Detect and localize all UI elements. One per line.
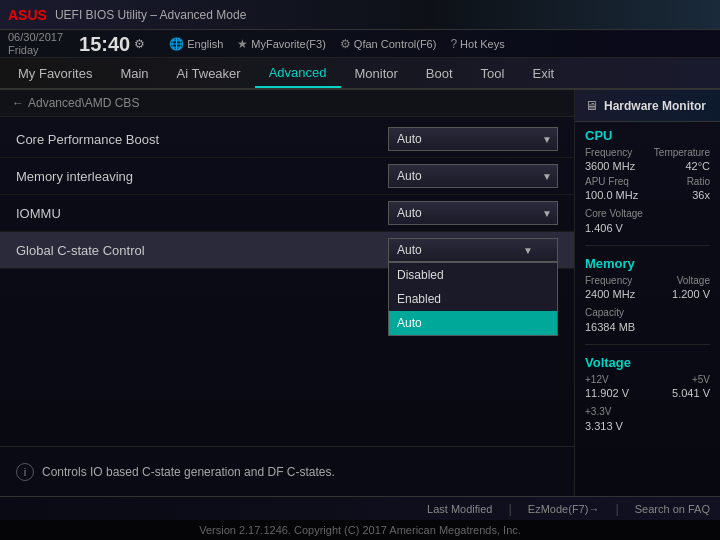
ratio-label: Ratio: [687, 176, 710, 187]
memory-section: Memory Frequency Voltage 2400 MHz 1.200 …: [575, 250, 720, 340]
info-icon: i: [16, 463, 34, 481]
setting-global-cstate[interactable]: Global C-state Control Auto ▼ Disabled E…: [0, 232, 574, 269]
cpu-freq-label: Frequency: [585, 147, 632, 158]
nav-favorites[interactable]: My Favorites: [4, 60, 106, 87]
setting-core-perf-boost[interactable]: Core Performance Boost Auto: [0, 121, 574, 158]
nav-exit[interactable]: Exit: [518, 60, 568, 87]
nav-ai-tweaker[interactable]: Ai Tweaker: [163, 60, 255, 87]
mem-volt-value: 1.200 V: [672, 288, 710, 300]
mem-freq-value: 2400 MHz: [585, 288, 635, 300]
cpu-temp-value: 42°C: [685, 160, 710, 172]
cpu-freq-value: 3600 MHz: [585, 160, 635, 172]
memory-select[interactable]: Auto: [388, 164, 558, 188]
gear-icon: ⚙: [134, 37, 145, 51]
ratio-value: 36x: [692, 189, 710, 201]
apu-freq-label: APU Freq: [585, 176, 629, 187]
core-perf-select[interactable]: Auto: [388, 127, 558, 151]
qfan-button[interactable]: ⚙ Qfan Control(F6): [340, 37, 437, 51]
version-text: Version 2.17.1246. Copyright (C) 2017 Am…: [199, 524, 521, 536]
setting-label-cstate: Global C-state Control: [16, 243, 388, 258]
time-display: 15:40: [79, 34, 130, 54]
status-divider-2: |: [615, 501, 618, 516]
footer-text: Controls IO based C-state generation and…: [42, 465, 335, 479]
mem-cap-label: Capacity: [585, 307, 624, 318]
search-faq-label[interactable]: Search on FAQ: [635, 503, 710, 515]
breadcrumb: ← Advanced\AMD CBS: [0, 90, 574, 117]
breadcrumb-path: Advanced\AMD CBS: [28, 96, 139, 110]
asus-logo: ASUS: [8, 7, 47, 23]
apu-freq-value: 100.0 MHz: [585, 189, 638, 201]
ezmode-label[interactable]: EzMode(F7)→: [528, 503, 600, 515]
hotkeys-icon: ?: [450, 37, 457, 51]
core-voltage-label: Core Voltage: [585, 208, 643, 219]
status-divider-1: |: [508, 501, 511, 516]
language-label: English: [187, 38, 223, 50]
nav-tool[interactable]: Tool: [467, 60, 519, 87]
hotkeys-button[interactable]: ? Hot Keys: [450, 37, 504, 51]
language-selector[interactable]: 🌐 English: [169, 37, 223, 51]
p33v-value: 3.313 V: [585, 420, 623, 432]
day-display: Friday: [8, 44, 63, 56]
qfan-label: Qfan Control(F6): [354, 38, 437, 50]
bios-title: UEFI BIOS Utility – Advanced Mode: [55, 8, 246, 22]
hotkeys-label: Hot Keys: [460, 38, 505, 50]
myfavorites-label: MyFavorite(F3): [251, 38, 326, 50]
mem-volt-label: Voltage: [677, 275, 710, 286]
fan-icon: ⚙: [340, 37, 351, 51]
hw-title-bar: 🖥 Hardware Monitor: [575, 90, 720, 122]
cpu-section-title: CPU: [585, 128, 710, 143]
search-faq-item[interactable]: Search on FAQ: [635, 503, 710, 515]
global-cstate-dropdown[interactable]: Auto ▼ Disabled Enabled Auto: [388, 238, 558, 262]
language-icon: 🌐: [169, 37, 184, 51]
last-modified-label: Last Modified: [427, 503, 492, 515]
voltage-section-title: Voltage: [585, 355, 710, 370]
cpu-temp-label: Temperature: [654, 147, 710, 158]
myfavorites-button[interactable]: ★ MyFavorite(F3): [237, 37, 326, 51]
setting-value-core-perf[interactable]: Auto: [388, 127, 558, 151]
dropdown-current-value: Auto: [397, 243, 422, 257]
version-bar: Version 2.17.1246. Copyright (C) 2017 Am…: [0, 520, 720, 540]
date-display: 06/30/2017: [8, 31, 63, 43]
p12v-value: 11.902 V: [585, 387, 629, 399]
iommu-select[interactable]: Auto: [388, 201, 558, 225]
dropdown-arrow-icon: ▼: [523, 245, 533, 256]
nav-monitor[interactable]: Monitor: [341, 60, 412, 87]
setting-label-iommu: IOMMU: [16, 206, 388, 221]
core-voltage-value: 1.406 V: [585, 222, 623, 234]
main-navigation: My Favorites Main Ai Tweaker Advanced Mo…: [0, 58, 720, 90]
setting-label-core-perf: Core Performance Boost: [16, 132, 388, 147]
setting-memory-interleaving[interactable]: Memory interleaving Auto: [0, 158, 574, 195]
favorites-icon: ★: [237, 37, 248, 51]
p33v-label: +3.3V: [585, 406, 611, 417]
monitor-icon: 🖥: [585, 98, 598, 113]
setting-value-memory[interactable]: Auto: [388, 164, 558, 188]
ezmode-item[interactable]: EzMode(F7)→: [528, 503, 600, 515]
settings-list: Core Performance Boost Auto Memory inter…: [0, 117, 574, 446]
dropdown-menu: Disabled Enabled Auto: [388, 262, 558, 336]
breadcrumb-arrow: ←: [12, 96, 24, 110]
last-modified-item: Last Modified: [427, 503, 492, 515]
dropdown-option-enabled[interactable]: Enabled: [389, 287, 557, 311]
dropdown-option-disabled[interactable]: Disabled: [389, 263, 557, 287]
voltage-section: Voltage +12V +5V 11.902 V 5.041 V +3.3V …: [575, 349, 720, 439]
setting-value-iommu[interactable]: Auto: [388, 201, 558, 225]
memory-section-title: Memory: [585, 256, 710, 271]
dropdown-option-auto[interactable]: Auto: [389, 311, 557, 335]
p5v-label: +5V: [692, 374, 710, 385]
nav-advanced[interactable]: Advanced: [255, 59, 341, 88]
nav-boot[interactable]: Boot: [412, 60, 467, 87]
dropdown-trigger[interactable]: Auto ▼: [388, 238, 558, 262]
cpu-section: CPU Frequency Temperature 3600 MHz 42°C …: [575, 122, 720, 241]
nav-main[interactable]: Main: [106, 60, 162, 87]
hw-title: Hardware Monitor: [604, 99, 706, 113]
p12v-label: +12V: [585, 374, 609, 385]
mem-cap-value: 16384 MB: [585, 321, 635, 333]
mem-freq-label: Frequency: [585, 275, 632, 286]
status-bar: Last Modified | EzMode(F7)→ | Search on …: [0, 496, 720, 520]
setting-iommu[interactable]: IOMMU Auto: [0, 195, 574, 232]
p5v-value: 5.041 V: [672, 387, 710, 399]
hardware-monitor-panel: 🖥 Hardware Monitor CPU Frequency Tempera…: [575, 90, 720, 496]
info-footer: i Controls IO based C-state generation a…: [0, 446, 574, 496]
setting-label-memory: Memory interleaving: [16, 169, 388, 184]
